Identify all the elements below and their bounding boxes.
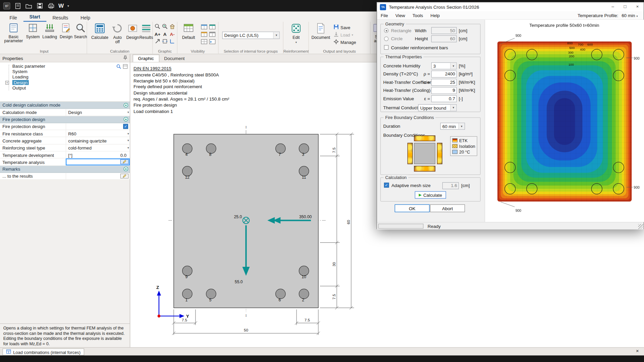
- open-folder-icon[interactable]: [25, 2, 33, 9]
- chevron-down-icon[interactable]: ▾: [127, 139, 129, 142]
- new-document-icon[interactable]: [14, 2, 21, 9]
- adaptive-mesh-checkbox[interactable]: ✓: [384, 183, 389, 188]
- chevron-down-icon[interactable]: ▾: [273, 32, 279, 39]
- save-output-button[interactable]: Save: [333, 24, 350, 30]
- manage-output-button[interactable]: Manage: [333, 39, 356, 45]
- thermal-conductivity-select[interactable]: Upper bound▾: [418, 104, 457, 111]
- collapse-icon[interactable]: ▲: [124, 167, 128, 171]
- ok-button[interactable]: OK: [395, 204, 430, 212]
- cross-section-drawing[interactable]: I I 4 8 7 3 12 11 9 10 1 5 6: [130, 62, 377, 347]
- temperature-analysis-edit-button[interactable]: [120, 160, 128, 165]
- auto-off-button[interactable]: Autooff: [111, 22, 124, 44]
- default-visibility-button[interactable]: Default: [179, 22, 198, 40]
- collapse-icon[interactable]: ▲: [124, 103, 128, 107]
- chevron-down-icon[interactable]: ▾: [450, 63, 456, 69]
- visibility-table-icon-4[interactable]: [209, 31, 216, 38]
- temperature-development-field[interactable]: [°] 0.0: [66, 152, 130, 158]
- cross-section-boundary-preview[interactable]: [414, 143, 435, 164]
- ribbon-tab-results[interactable]: Results: [46, 14, 74, 22]
- tab-document[interactable]: Document: [159, 55, 190, 62]
- section-cold-design[interactable]: Cold design calculation mode ▲: [0, 102, 130, 109]
- steel-type-select[interactable]: cold-formed▾: [66, 144, 130, 151]
- resize-grip[interactable]: [638, 224, 643, 229]
- concrete-aggregate-select[interactable]: containing quartzite▾: [66, 137, 130, 144]
- close-button[interactable]: ×: [631, 2, 644, 11]
- tree-item-system[interactable]: System: [0, 69, 130, 74]
- visibility-table-icon-6[interactable]: [209, 38, 216, 45]
- ribbon-tab-start[interactable]: Start: [23, 13, 46, 22]
- ribbon-tab-help[interactable]: Help: [74, 14, 97, 22]
- chevron-down-icon[interactable]: ▾: [127, 111, 129, 114]
- design-button[interactable]: Design: [58, 22, 74, 39]
- zoom-icon[interactable]: [154, 23, 161, 30]
- search-button[interactable]: Search: [74, 22, 87, 39]
- fire-top-boundary[interactable]: [414, 135, 435, 141]
- section-remarks[interactable]: Remarks ▲: [0, 166, 130, 173]
- concrete-humidity-select[interactable]: 3▾: [431, 62, 457, 69]
- temperature-profile-select[interactable]: 60 min ▾: [622, 13, 638, 18]
- visibility-table-icon-1[interactable]: [201, 23, 208, 31]
- pin-icon[interactable]: [123, 55, 127, 61]
- fit-view-icon[interactable]: [161, 38, 168, 45]
- results-button[interactable]: Results: [141, 22, 152, 40]
- home-view-icon[interactable]: [169, 23, 176, 30]
- consider-reinforcement-checkbox[interactable]: [384, 45, 388, 50]
- calculation-mode-select[interactable]: Design▾: [66, 109, 130, 116]
- menu-tools[interactable]: Tools: [409, 13, 427, 18]
- rectangle-radio[interactable]: [384, 28, 388, 33]
- load-combinations-tab[interactable]: Load combinations (internal forces): [2, 349, 84, 356]
- tree-expander-icon[interactable]: +: [5, 81, 9, 84]
- collapse-icon[interactable]: ▲: [124, 117, 128, 121]
- axes-icon[interactable]: [169, 38, 176, 45]
- width-input[interactable]: 50: [431, 27, 457, 34]
- fire-protection-checkbox[interactable]: ✓: [123, 124, 128, 129]
- dialog-titlebar[interactable]: TA Temperature Analysis Cross Section 01…: [377, 2, 644, 11]
- basic-parameter-button[interactable]: Basicparameter: [2, 22, 24, 43]
- system-button[interactable]: System: [24, 22, 41, 39]
- zoom-in-icon[interactable]: [161, 23, 168, 30]
- save-icon[interactable]: [36, 2, 44, 9]
- duration-select[interactable]: 60 min▾: [440, 123, 465, 130]
- chevron-down-icon[interactable]: ▾: [127, 146, 129, 150]
- design-lc-select[interactable]: Design LC (ULS) ▾: [222, 32, 279, 39]
- menu-view[interactable]: View: [392, 13, 409, 18]
- fire-right-boundary[interactable]: [437, 143, 442, 164]
- mesh-size-input[interactable]: 1.6: [442, 182, 459, 189]
- chevron-down-icon[interactable]: ▾: [450, 105, 456, 111]
- menu-file[interactable]: File: [377, 13, 392, 18]
- maximize-button[interactable]: □: [619, 2, 631, 11]
- font-decrease-button[interactable]: A-: [169, 31, 176, 38]
- abort-button[interactable]: Abort: [430, 204, 465, 212]
- density-input[interactable]: 2400: [431, 71, 457, 78]
- font-reset-button[interactable]: A: [161, 31, 168, 38]
- tree-item-basic-parameter[interactable]: Basic parameter: [0, 64, 130, 69]
- load-output-button[interactable]: Load ▾: [333, 32, 353, 38]
- design-calc-button[interactable]: Design: [125, 22, 141, 40]
- remarks-cell[interactable]: [66, 173, 130, 179]
- emission-value-input[interactable]: 0.7: [431, 95, 457, 102]
- tree-item-loading[interactable]: Loading: [0, 74, 130, 80]
- fire-left-boundary[interactable]: [408, 143, 413, 164]
- tab-graphic[interactable]: Graphic: [133, 55, 159, 62]
- tree-item-output[interactable]: Output: [0, 85, 130, 90]
- calculate-dialog-button[interactable]: ▶ Calculate: [415, 191, 446, 199]
- edit-reinforcement-button[interactable]: Edit ▾: [287, 22, 306, 45]
- chevron-down-icon[interactable]: ▾: [459, 123, 465, 129]
- font-increase-button[interactable]: A+: [154, 31, 161, 38]
- window-menu-button[interactable]: W: [58, 2, 64, 9]
- fire-bottom-boundary[interactable]: [414, 166, 435, 172]
- print-icon[interactable]: [47, 2, 55, 9]
- minimize-button[interactable]: –: [607, 2, 619, 11]
- height-input[interactable]: 60: [431, 35, 457, 42]
- visibility-table-icon-2[interactable]: [209, 23, 216, 31]
- section-fire-protection[interactable]: Fire protection design ▲: [0, 116, 130, 123]
- heat-transfer-cooling-input[interactable]: 9: [431, 87, 457, 94]
- visibility-table-icon-5[interactable]: [201, 38, 208, 45]
- chevron-down-icon[interactable]: ▾: [67, 4, 69, 8]
- menu-help[interactable]: Help: [427, 13, 443, 18]
- fire-resistance-select[interactable]: R60▾: [66, 130, 130, 137]
- visibility-table-icon-3[interactable]: [201, 31, 208, 38]
- ribbon-tab-file[interactable]: File: [3, 14, 23, 22]
- circle-radio[interactable]: [384, 37, 388, 41]
- remarks-edit-button[interactable]: [120, 174, 128, 179]
